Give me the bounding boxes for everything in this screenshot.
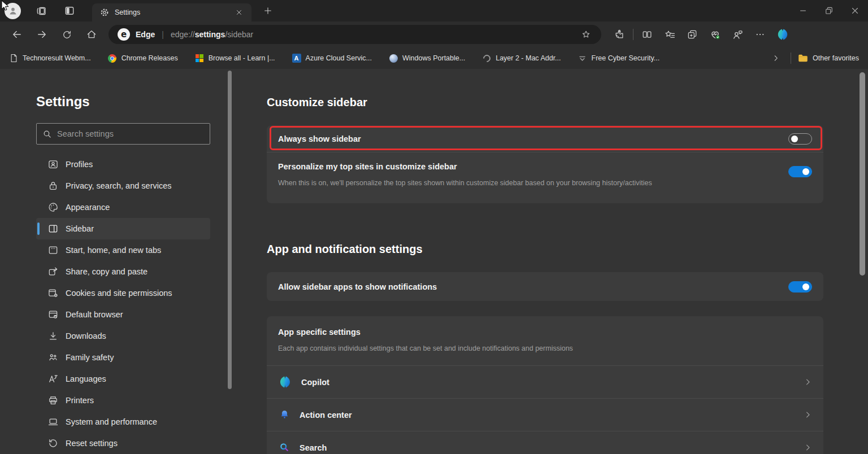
search-icon bbox=[42, 129, 52, 139]
bookmark-free-cyber-security[interactable]: Free Cyber Security... bbox=[578, 54, 660, 63]
home-button[interactable] bbox=[79, 24, 104, 45]
bookmark-label: Azure Cloud Servic... bbox=[306, 54, 372, 62]
settings-search-input[interactable] bbox=[57, 129, 204, 138]
nav-item-default-browser[interactable]: Default browser bbox=[36, 304, 210, 325]
favorites-button[interactable] bbox=[658, 24, 681, 45]
arrow-left-icon bbox=[11, 29, 23, 40]
nav-item-sidebar[interactable]: Sidebar bbox=[36, 218, 210, 239]
nav-item-family-safety[interactable]: Family safety bbox=[36, 347, 210, 368]
edge-logo-icon: e bbox=[118, 28, 130, 41]
tab-close-button[interactable] bbox=[232, 6, 246, 19]
forward-button[interactable] bbox=[29, 24, 54, 45]
nav-item-cookies-permissions[interactable]: Cookies and site permissions bbox=[36, 282, 210, 304]
bookmark-technoresult[interactable]: Technoresult Webm... bbox=[9, 54, 91, 63]
family-icon bbox=[47, 352, 59, 363]
mouse-cursor bbox=[0, 0, 11, 12]
microsoft-logo-icon bbox=[195, 54, 204, 63]
personalize-top-sites-toggle[interactable] bbox=[788, 166, 812, 177]
browser-window: Settings bbox=[0, 0, 868, 454]
app-row-copilot[interactable]: Copilot bbox=[267, 366, 823, 399]
tab-settings[interactable]: Settings bbox=[92, 3, 251, 21]
nav-item-system-performance[interactable]: System and performance bbox=[36, 411, 210, 433]
bookmark-label: Technoresult Webm... bbox=[23, 54, 91, 62]
home-icon bbox=[86, 29, 97, 40]
toolbar-icons bbox=[608, 24, 794, 45]
restore-button[interactable] bbox=[816, 0, 842, 21]
profiles-icon bbox=[47, 159, 59, 170]
settings-content: Customize sidebar Always show sidebar Pe… bbox=[267, 69, 823, 454]
settings-search-box[interactable] bbox=[36, 123, 210, 145]
restore-icon bbox=[824, 6, 834, 16]
bookmark-windows-portable[interactable]: Windows Portable... bbox=[389, 54, 465, 63]
nav-item-reset-settings[interactable]: Reset settings bbox=[36, 433, 210, 454]
site-brand: Edge bbox=[136, 30, 155, 39]
allow-notifications-label: Allow sidebar apps to show notifications bbox=[278, 282, 788, 291]
close-icon bbox=[236, 9, 242, 16]
printer-icon bbox=[47, 395, 59, 406]
address-bar[interactable]: e Edge | edge://settings/sidebar bbox=[108, 25, 601, 44]
more-menu-button[interactable] bbox=[749, 24, 771, 45]
always-show-sidebar-toggle[interactable] bbox=[788, 133, 812, 145]
bookmark-chrome-releases[interactable]: Chrome Releases bbox=[108, 54, 178, 63]
profile-sync-button[interactable] bbox=[726, 24, 749, 45]
nav-item-share-copy-paste[interactable]: Share, copy and paste bbox=[36, 261, 210, 282]
tab-actions-button[interactable] bbox=[59, 2, 80, 19]
app-specific-settings-description: Each app contains individual settings th… bbox=[278, 344, 812, 352]
allow-notifications-toggle[interactable] bbox=[788, 281, 812, 293]
copilot-button[interactable] bbox=[771, 24, 794, 45]
cookies-gear-icon bbox=[47, 287, 59, 299]
close-icon bbox=[850, 6, 860, 16]
nav-item-start-home-newtabs[interactable]: Start, home, and new tabs bbox=[36, 239, 210, 261]
page-scrollbar[interactable] bbox=[860, 72, 865, 276]
nav-item-privacy[interactable]: Privacy, search, and services bbox=[36, 175, 210, 197]
chevron-right-icon bbox=[772, 54, 780, 62]
nav-item-profiles[interactable]: Profiles bbox=[36, 154, 210, 175]
minimize-button[interactable] bbox=[790, 0, 816, 21]
nav-item-downloads[interactable]: Downloads bbox=[36, 325, 210, 347]
settings-gear-icon bbox=[100, 8, 109, 17]
workspaces-button[interactable] bbox=[31, 2, 51, 19]
split-screen-button[interactable] bbox=[636, 24, 658, 45]
customize-sidebar-heading: Customize sidebar bbox=[267, 96, 367, 109]
collections-button[interactable] bbox=[681, 24, 704, 45]
ellipsis-icon bbox=[755, 29, 765, 40]
languages-icon bbox=[47, 373, 59, 385]
bookmarks-bar: Technoresult Webm... Chrome Releases Bro… bbox=[0, 47, 868, 69]
app-notification-heading: App and notification settings bbox=[267, 243, 423, 256]
personalize-top-sites-label: Personalize my top sites in customize si… bbox=[278, 162, 457, 171]
app-specific-settings-header: App specific settings Each app contains … bbox=[267, 316, 823, 366]
window-controls bbox=[790, 0, 868, 21]
app-row-search[interactable]: Search bbox=[267, 431, 823, 454]
favorites-star-list-icon bbox=[664, 29, 676, 41]
nav-item-printers[interactable]: Printers bbox=[36, 390, 210, 411]
bookmark-layer2-mac[interactable]: Layer 2 - Mac Addr... bbox=[482, 54, 561, 63]
search-color-icon bbox=[278, 442, 290, 453]
folder-icon bbox=[798, 54, 808, 63]
share-icon bbox=[47, 266, 59, 277]
other-favorites[interactable]: Other favorites bbox=[798, 54, 859, 63]
bookmarks-right-group: Other favorites bbox=[768, 50, 859, 66]
favorite-star-button[interactable] bbox=[578, 26, 594, 43]
browser-essentials-button[interactable] bbox=[704, 24, 726, 45]
toggle-knob bbox=[802, 168, 809, 175]
back-button[interactable] bbox=[5, 24, 29, 45]
bookmark-browse-all[interactable]: Browse all - Learn |... bbox=[195, 54, 275, 63]
customize-sidebar-card: Always show sidebar Personalize my top s… bbox=[267, 125, 823, 203]
new-tab-button[interactable] bbox=[259, 3, 276, 19]
browser-check-icon bbox=[47, 309, 59, 320]
action-center-label: Action center bbox=[300, 411, 804, 420]
settings-page: Settings Profiles Privacy, search, and s… bbox=[0, 69, 868, 454]
bookmarks-overflow-button[interactable] bbox=[768, 50, 784, 66]
nav-scrollbar[interactable] bbox=[228, 71, 232, 389]
copilot-icon bbox=[776, 28, 789, 41]
chevron-right-icon bbox=[804, 378, 812, 386]
bookmark-azure[interactable]: A Azure Cloud Servic... bbox=[292, 54, 372, 63]
url-text: edge://settings/sidebar bbox=[171, 30, 253, 39]
app-row-action-center[interactable]: Action center bbox=[267, 399, 823, 431]
titlebar: Settings bbox=[0, 0, 868, 21]
close-window-button[interactable] bbox=[842, 0, 868, 21]
nav-item-appearance[interactable]: Appearance bbox=[36, 197, 210, 218]
extensions-button[interactable] bbox=[608, 24, 631, 45]
nav-item-languages[interactable]: Languages bbox=[36, 368, 210, 390]
refresh-button[interactable] bbox=[54, 24, 79, 45]
